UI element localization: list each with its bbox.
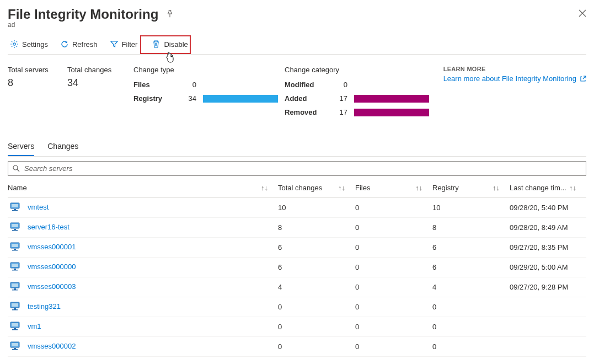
cell-last-change: 09/29/20, 5:00 AM	[510, 258, 586, 277]
svg-rect-5	[12, 210, 18, 211]
table-row: vm1000	[8, 317, 586, 337]
svg-rect-8	[14, 229, 16, 230]
change-category-removed-row: Removed 17	[285, 108, 434, 116]
table-row: vmsses000002000	[8, 337, 586, 357]
svg-rect-23	[12, 303, 18, 307]
cell-files: 0	[355, 277, 432, 297]
svg-point-0	[13, 43, 15, 45]
modified-value: 0	[334, 81, 347, 89]
filter-label: Filter	[122, 40, 138, 49]
filter-icon	[110, 40, 119, 49]
cursor-icon	[165, 51, 175, 65]
cell-total-changes: 0	[278, 317, 355, 337]
table-row: vmsses00000160609/27/20, 8:35 PM	[8, 238, 586, 258]
svg-rect-32	[14, 348, 16, 349]
change-type-registry-bar	[203, 95, 278, 103]
table-row: server16-test80809/28/20, 8:49 AM	[8, 218, 586, 238]
server-link[interactable]: vmsses000001	[28, 243, 76, 251]
cell-last-change	[510, 297, 586, 317]
cell-files: 0	[355, 317, 432, 337]
cell-registry: 0	[432, 317, 510, 337]
removed-bar	[354, 109, 429, 116]
svg-rect-9	[12, 230, 18, 231]
total-servers-value: 8	[8, 77, 67, 89]
table-row: testing321000	[8, 297, 586, 317]
tabs: Servers Changes	[8, 138, 586, 157]
server-icon	[10, 222, 20, 233]
cell-last-change: 09/28/20, 5:40 PM	[510, 198, 586, 218]
cell-last-change: 09/28/20, 8:49 AM	[510, 218, 586, 238]
search-box[interactable]	[8, 161, 586, 176]
server-link[interactable]: vmsses000003	[28, 282, 76, 291]
table-row: vmsses00000340409/27/20, 9:28 PM	[8, 277, 586, 297]
server-link[interactable]: server16-test	[28, 223, 69, 231]
col-total-changes[interactable]: Total changes↑↓	[278, 178, 355, 198]
total-servers-label: Total servers	[8, 66, 67, 74]
cell-files: 0	[355, 258, 432, 277]
page-title: File Integrity Monitoring	[8, 7, 158, 22]
servers-table: Name↑↓ Total changes↑↓ Files↑↓ Registry↑…	[8, 178, 586, 357]
svg-rect-17	[12, 270, 18, 271]
cell-files: 0	[355, 238, 432, 258]
svg-point-1	[13, 165, 18, 170]
cell-registry: 0	[432, 337, 510, 357]
cell-files: 0	[355, 198, 432, 218]
change-type-files-value: 0	[183, 81, 196, 89]
server-link[interactable]: vm1	[28, 322, 41, 330]
svg-rect-4	[14, 209, 16, 210]
cell-files: 0	[355, 337, 432, 357]
added-label: Added	[285, 94, 334, 103]
refresh-button[interactable]: Refresh	[58, 39, 100, 50]
col-name[interactable]: Name↑↓	[8, 178, 278, 198]
change-type-registry-row: Registry 34	[133, 94, 285, 103]
search-input[interactable]	[23, 164, 581, 173]
sort-icon: ↑↓	[493, 184, 500, 192]
cell-last-change	[510, 337, 586, 357]
svg-rect-25	[12, 309, 18, 311]
cell-registry: 8	[432, 218, 510, 238]
cell-files: 0	[355, 297, 432, 317]
server-link[interactable]: vmtest	[28, 203, 49, 211]
server-link[interactable]: vmsses000000	[28, 263, 76, 271]
sort-icon: ↑↓	[569, 184, 576, 192]
learn-more-link-text: Learn more about File Integrity Monitori…	[443, 74, 576, 83]
cell-registry: 6	[432, 238, 510, 258]
refresh-icon	[60, 40, 69, 49]
disable-label: Disable	[164, 40, 188, 49]
tab-changes[interactable]: Changes	[47, 138, 78, 156]
filter-button[interactable]: Filter	[108, 39, 140, 50]
cell-last-change	[510, 317, 586, 337]
gear-icon	[10, 40, 19, 49]
col-registry[interactable]: Registry↑↓	[432, 178, 510, 198]
svg-rect-31	[12, 343, 18, 346]
server-link[interactable]: vmsses000002	[28, 342, 76, 350]
cell-registry: 4	[432, 277, 510, 297]
change-category-added-row: Added 17	[285, 94, 434, 103]
col-files[interactable]: Files↑↓	[355, 178, 432, 198]
added-bar	[354, 95, 429, 103]
server-icon	[10, 202, 20, 213]
table-row: vmsses00000060609/29/20, 5:00 AM	[8, 258, 586, 277]
close-icon[interactable]	[579, 9, 586, 19]
cell-total-changes: 8	[278, 218, 355, 238]
server-icon	[10, 262, 20, 272]
change-type-registry-label: Registry	[133, 94, 183, 103]
disable-button[interactable]: Disable	[147, 39, 193, 50]
col-last-change[interactable]: Last change tim...↑↓	[510, 178, 586, 198]
svg-rect-11	[12, 244, 18, 247]
tab-servers[interactable]: Servers	[8, 138, 34, 156]
server-icon	[10, 302, 20, 312]
svg-rect-33	[12, 349, 18, 350]
server-link[interactable]: testing321	[28, 302, 61, 311]
cell-registry: 10	[432, 198, 510, 218]
refresh-label: Refresh	[72, 40, 98, 49]
cell-total-changes: 6	[278, 258, 355, 277]
svg-rect-28	[14, 328, 16, 329]
added-value: 17	[334, 94, 347, 103]
pin-icon[interactable]	[166, 10, 174, 19]
settings-button[interactable]: Settings	[8, 39, 50, 50]
learn-more-link[interactable]: Learn more about File Integrity Monitori…	[443, 74, 586, 83]
server-icon	[10, 322, 20, 332]
svg-rect-19	[12, 283, 18, 287]
cell-total-changes: 4	[278, 277, 355, 297]
